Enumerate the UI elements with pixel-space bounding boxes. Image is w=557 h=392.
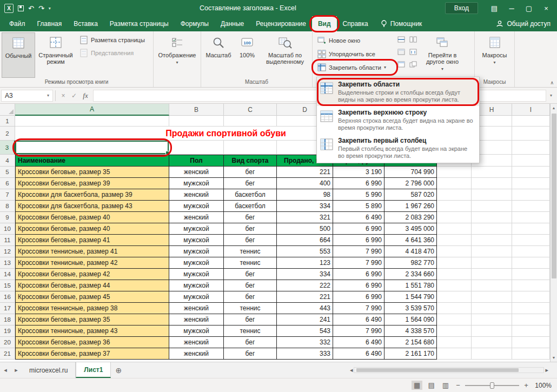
cell-H9[interactable] (472, 212, 512, 223)
restore-button[interactable]: ▢ (520, 1, 538, 16)
split-window-icon[interactable] (396, 34, 407, 44)
cell-A17[interactable]: Кроссовки теннисные, размер 38 (15, 303, 169, 314)
cell-F17[interactable]: 3 539 570 (384, 303, 437, 314)
cell-C15[interactable]: бег (224, 280, 277, 291)
cell-E14[interactable]: 6 990 (333, 269, 384, 280)
new-window-button[interactable]: Новое окно (314, 34, 395, 47)
row-header-2[interactable]: 2 (0, 127, 15, 141)
collapse-ribbon-icon[interactable]: ∧ (550, 80, 554, 85)
show-dropdown-button[interactable]: Отображение ▾ (156, 32, 199, 84)
cell-C19[interactable]: теннис (224, 325, 277, 337)
cell-G6[interactable] (437, 178, 472, 189)
cell-F20[interactable]: 2 154 680 (384, 337, 437, 348)
save-icon[interactable] (18, 5, 24, 11)
ribbon-tab-data[interactable]: Данные (215, 16, 250, 31)
cell-F10[interactable]: 3 495 000 (384, 223, 437, 235)
sheet-tab-Лист1[interactable]: Лист1 (76, 362, 111, 378)
row-header-19[interactable]: 19 (0, 325, 15, 337)
custom-views-button[interactable]: Представления (76, 46, 148, 59)
new-sheet-button[interactable]: ⊕ (111, 362, 126, 378)
cell-G8[interactable] (437, 201, 472, 212)
arrange-all-button[interactable]: Упорядочить все (314, 47, 395, 61)
cell-D19[interactable]: 543 (277, 325, 333, 337)
cell-B19[interactable]: мужской (169, 325, 224, 337)
cell-I17[interactable] (512, 303, 550, 314)
ribbon-tab-review[interactable]: Рецензирование (250, 16, 312, 31)
cell-F16[interactable]: 1 544 790 (384, 291, 437, 303)
row-header-4[interactable]: 4 (0, 155, 15, 167)
cell-A5[interactable]: Кроссовки беговые, размер 35 (15, 167, 169, 178)
cell-B5[interactable]: женский (169, 167, 224, 178)
row-header-1[interactable]: 1 (0, 116, 15, 127)
col-header-I[interactable]: I (512, 104, 550, 116)
synchronous-scrolling-icon[interactable] (408, 46, 419, 57)
horizontal-scroll-thumb[interactable] (356, 368, 519, 372)
cell-I21[interactable] (512, 348, 550, 360)
cell-A6[interactable]: Кроссовки беговые, размер 39 (15, 178, 169, 189)
cell-F21[interactable]: 2 161 170 (384, 348, 437, 360)
chevron-down-icon[interactable]: ▾ (47, 93, 49, 98)
cell-A8[interactable]: Кроссовки для баскетбола, размер 43 (15, 201, 169, 212)
scroll-down-icon[interactable]: ▼ (552, 354, 556, 362)
cell-C1[interactable] (224, 116, 277, 127)
freeze-menu-item-0[interactable]: Закрепить областиВыделенные строки и сто… (317, 78, 479, 106)
cell-E17[interactable]: 7 990 (333, 303, 384, 314)
macros-button[interactable]: Макросы ▾ (478, 32, 512, 78)
cell-I8[interactable] (512, 201, 550, 212)
row-header-9[interactable]: 9 (0, 212, 15, 223)
cell-G16[interactable] (437, 291, 472, 303)
cell-C21[interactable]: бег (224, 348, 277, 360)
cell-B14[interactable]: мужской (169, 269, 224, 280)
page-layout-view-button[interactable]: Разметка страницы (76, 34, 148, 46)
close-button[interactable]: × (538, 1, 555, 16)
cell-B16[interactable]: мужской (169, 291, 224, 303)
row-header-7[interactable]: 7 (0, 189, 15, 201)
ribbon-tab-help[interactable]: Справка (337, 16, 374, 31)
zoom-100-button[interactable]: 100 100% (234, 32, 260, 78)
cell-F5[interactable]: 704 990 (384, 167, 437, 178)
reset-window-position-icon[interactable] (408, 59, 419, 69)
row-header-17[interactable]: 17 (0, 303, 15, 314)
horizontal-scrollbar[interactable]: ◂ ▸ (350, 362, 557, 378)
row-header-5[interactable]: 5 (0, 167, 15, 178)
cell-E9[interactable]: 6 490 (333, 212, 384, 223)
cell-D7[interactable]: 98 (277, 189, 333, 201)
formula-bar-expand-icon[interactable]: ▾ (546, 93, 556, 98)
cell-H21[interactable] (472, 348, 512, 360)
cell-E15[interactable]: 6 990 (333, 280, 384, 291)
excel-app-icon[interactable]: X (4, 4, 14, 13)
scroll-right-icon[interactable]: ▸ (545, 367, 548, 374)
cell-C7[interactable]: баскетбол (224, 189, 277, 201)
cell-E8[interactable]: 5 890 (333, 201, 384, 212)
cell-E5[interactable]: 3 190 (333, 167, 384, 178)
ribbon-tab-file[interactable]: Файл (3, 16, 31, 31)
cell-B3[interactable] (169, 141, 224, 155)
cell-B15[interactable]: мужской (169, 280, 224, 291)
cell-F11[interactable]: 4 641 360 (384, 235, 437, 246)
cell-E12[interactable]: 7 990 (333, 246, 384, 257)
cell-I4[interactable] (512, 155, 550, 167)
cell-F6[interactable]: 2 796 000 (384, 178, 437, 189)
cell-E21[interactable]: 6 490 (333, 348, 384, 360)
cell-E16[interactable]: 6 990 (333, 291, 384, 303)
freeze-menu-item-2[interactable]: Закрепить первый столбецПервый столбец в… (317, 134, 479, 162)
row-header-8[interactable]: 8 (0, 201, 15, 212)
row-header-3[interactable]: 3 (0, 141, 15, 155)
cell-H14[interactable] (472, 269, 512, 280)
row-header-16[interactable]: 16 (0, 291, 15, 303)
cell-I9[interactable] (512, 212, 550, 223)
zoom-slider[interactable] (465, 385, 519, 386)
table-header-C4[interactable]: Вид спорта (224, 155, 277, 167)
cell-F15[interactable]: 1 551 780 (384, 280, 437, 291)
ribbon-tab-view[interactable]: Вид (312, 16, 337, 31)
cell-G15[interactable] (437, 280, 472, 291)
cell-F13[interactable]: 982 770 (384, 257, 437, 269)
cell-H17[interactable] (472, 303, 512, 314)
cell-A14[interactable]: Кроссовки беговые, размер 42 (15, 269, 169, 280)
cell-H12[interactable] (472, 246, 512, 257)
cell-C8[interactable]: баскетбол (224, 201, 277, 212)
ribbon-tab-formulas[interactable]: Формулы (175, 16, 215, 31)
cell-D18[interactable]: 241 (277, 314, 333, 325)
cell-F9[interactable]: 2 083 290 (384, 212, 437, 223)
cell-I1[interactable] (512, 116, 550, 127)
